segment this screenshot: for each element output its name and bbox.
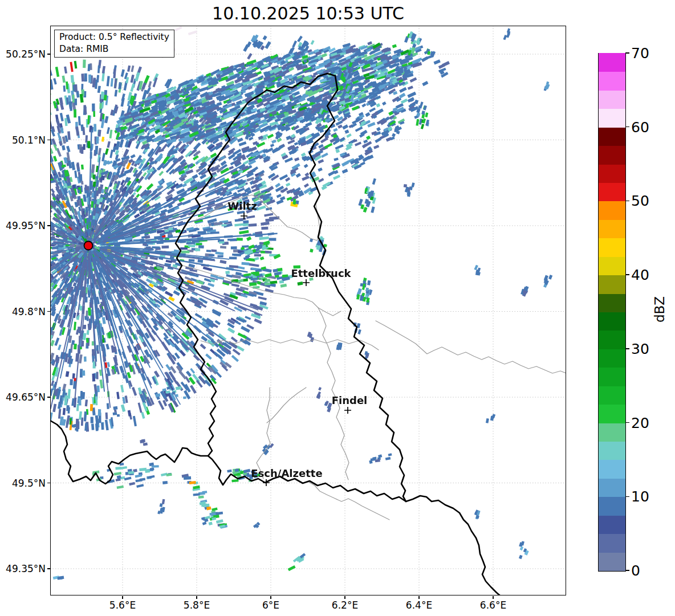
colorbar-band [599,90,625,109]
colorbar-tick [625,201,629,201]
colorbar-band [599,331,625,349]
data-source-line: Data: RMIB [59,43,169,55]
y-axis-tick-label: 49.8°N [0,306,46,317]
colorbar [598,53,626,572]
colorbar-tick [625,348,629,349]
colorbar-tick [625,127,629,127]
radar-figure: 10.10.2025 10:53 UTC Product: 0.5° Refle… [0,0,675,616]
colorbar-band [599,219,625,238]
y-axis-tick [47,311,50,312]
colorbar-tick [625,274,629,275]
colorbar-tick-label: 70 [631,45,649,62]
colorbar-tick [625,570,629,570]
colorbar-band [599,72,625,91]
region-border [257,387,270,479]
x-axis-tick [270,596,271,599]
colorbar-band [599,405,625,423]
radar-site-marker [84,242,93,250]
city-marker [241,213,247,219]
y-axis-tick-label: 50.25°N [0,48,46,60]
colorbar-band [599,478,625,497]
colorbar-band [599,386,625,405]
figure-title: 10.10.2025 10:53 UTC [50,3,566,23]
colorbar-band [599,423,625,442]
colorbar-tick-label: 20 [631,414,649,431]
colorbar-tick-label: 10 [631,488,649,505]
colorbar-tick [625,422,629,423]
colorbar-tick-label: 0 [631,562,640,579]
country-border-belgium-france [50,421,208,484]
y-axis-tick [47,483,50,483]
colorbar-band [599,441,625,460]
city-label-ettelbruck: Ettelbruck [291,267,351,279]
colorbar-band [599,146,625,165]
y-axis-tick-label: 49.35°N [0,563,46,574]
product-line: Product: 0.5° Reflectivity [59,31,169,43]
y-axis-tick [47,54,50,54]
y-axis-tick-label: 49.5°N [0,478,46,489]
colorbar-tick [625,52,629,53]
colorbar-tick-label: 50 [631,193,649,209]
city-label-findel: Findel [332,394,368,406]
colorbar-band [599,497,625,516]
colorbar-band [599,164,625,183]
x-axis-tick-label: 5.8°E [184,599,210,611]
colorbar-tick-label: 40 [631,267,649,283]
x-axis-tick-label: 6.4°E [406,599,432,611]
colorbar-band [599,312,625,331]
colorbar-tick-label: 30 [631,340,649,357]
colorbar-band [599,460,625,479]
x-axis-tick [493,596,493,599]
x-axis-tick-label: 6.6°E [480,599,506,611]
y-axis-tick [47,225,50,226]
x-axis-tick [418,596,419,599]
x-axis-tick-label: 5.6°E [109,599,136,611]
map-borders-layer [50,26,566,595]
x-axis-tick [122,596,123,599]
colorbar-tick-label: 60 [631,119,649,135]
region-border [201,340,379,350]
country-border-france-germany [406,496,501,595]
region-border [267,387,306,423]
country-border-luxembourg [176,74,406,501]
colorbar-band [599,368,625,386]
x-axis-tick [196,596,197,599]
colorbar-tick [625,496,629,497]
region-border [308,482,389,520]
city-label-wiltz: Wiltz [227,200,257,212]
colorbar-band [599,201,625,220]
x-axis-tick [344,596,345,599]
region-border [376,321,566,373]
colorbar-band [599,534,625,553]
y-axis-tick [47,140,50,140]
city-marker [344,407,351,414]
colorbar-band [599,552,625,571]
y-axis-tick-label: 50.1°N [0,134,46,146]
colorbar-band [599,53,625,72]
colorbar-band [599,275,625,294]
y-axis-tick [47,568,50,569]
colorbar-band [599,109,625,128]
product-info-box: Product: 0.5° Reflectivity Data: RMIB [54,30,174,58]
y-axis-tick [47,397,50,397]
colorbar-band [599,515,625,534]
city-marker [303,279,310,286]
colorbar-band [599,256,625,275]
y-axis-tick-label: 49.65°N [0,391,46,403]
x-axis-tick-label: 6.2°E [332,599,358,611]
colorbar-band [599,182,625,201]
colorbar-band [599,238,625,257]
colorbar-band [599,349,625,368]
colorbar-band [599,127,625,146]
y-axis-tick-label: 49.95°N [0,220,46,231]
x-axis-tick-label: 6°E [262,599,279,611]
city-label-esch-alzette: Esch/Alzette [251,467,322,479]
colorbar-band [599,293,625,312]
colorbar-axis-label: dBZ [652,296,667,323]
